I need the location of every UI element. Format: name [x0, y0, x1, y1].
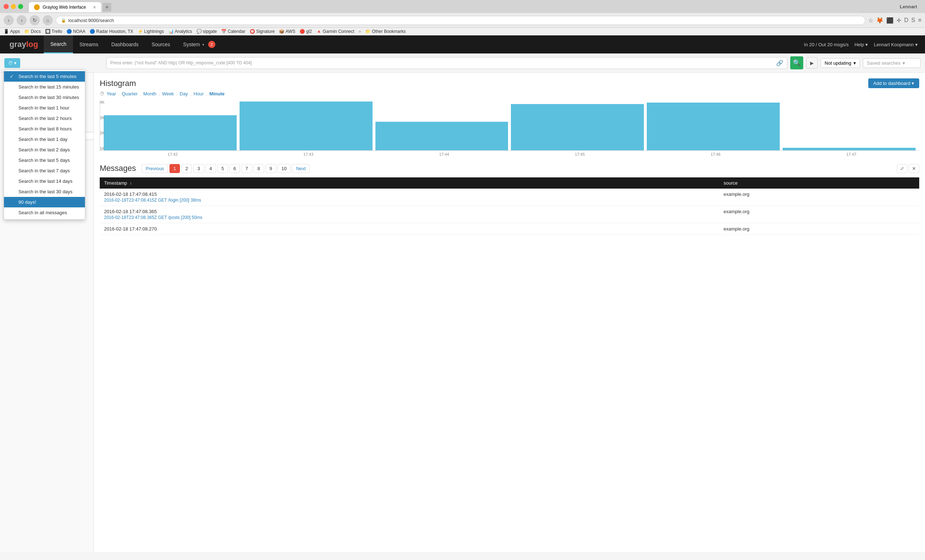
granularity-month[interactable]: Month [143, 91, 157, 96]
timestamp-column-header[interactable]: Timestamp ↕ [100, 178, 719, 188]
main-content: Search Found in 1 ind Add c Save search … [0, 72, 925, 552]
dropdown-item-all[interactable]: Search in all messages [4, 208, 85, 218]
dropdown-item-1hr[interactable]: Search in the last 1 hour [4, 102, 85, 113]
search-toolbar: ⏱ ▾ ✓ Search in the last 5 minutes Searc… [0, 53, 925, 72]
maximize-window-btn[interactable] [18, 4, 23, 9]
user-menu[interactable]: Lennart Koopmann ▾ [874, 42, 918, 47]
active-tab[interactable]: Graylog Web Interface ✕ [29, 2, 101, 12]
menu-icon[interactable]: ≡ [918, 17, 921, 24]
dropdown-item-7day[interactable]: Search in the last 7 days [4, 166, 85, 176]
aws-icon: 📦 [279, 29, 284, 34]
page-btn-9[interactable]: 9 [265, 164, 276, 173]
saved-searches-dropdown[interactable]: Saved searches ▾ [863, 58, 920, 68]
dropdown-item-5min[interactable]: ✓ Search in the last 5 minutes [4, 71, 85, 82]
granularity-year[interactable]: Year [107, 91, 116, 96]
search-query-bar[interactable]: Press enter. ("not found" AND http) OR h… [106, 57, 787, 69]
msg-detail-1[interactable]: 2016-02-18T23:47:08.415Z GET /login [200… [104, 198, 715, 203]
nav-item-search[interactable]: Search [44, 35, 72, 53]
plus-icon[interactable]: ✛ [896, 17, 901, 24]
bookmark-aws[interactable]: 📦 AWS [279, 29, 295, 34]
browser-chrome: Graylog Web Interface ✕ + Lennart ‹ › ↻ … [0, 0, 925, 35]
nav-item-system[interactable]: System ▾ 2 [177, 35, 222, 53]
expand-all-btn[interactable]: ⤢ [897, 164, 907, 173]
bookmark-other[interactable]: 📁 Other Bookmarks [365, 29, 405, 34]
dropdown-item-14day[interactable]: Search in the last 14 days [4, 176, 85, 187]
user-profile-btn[interactable]: Lennart [900, 4, 921, 9]
messages-header: Messages Previous 1 2 3 [100, 164, 919, 173]
dropdown-item-15min[interactable]: Search in the last 15 minutes [4, 82, 85, 92]
msg-timestamp-3: 2016-02-18 17:47:08.270 [104, 226, 715, 232]
search-execute-button[interactable]: 🔍 [790, 56, 803, 69]
granularity-quarter[interactable]: Quarter [122, 91, 138, 96]
time-range-dropdown[interactable]: ✓ Search in the last 5 minutes Search in… [4, 69, 85, 220]
bookmark-garmin[interactable]: 🔺 Garmin Connect [316, 29, 354, 34]
page-btn-4[interactable]: 4 [206, 164, 216, 173]
query-link-icon: 🔗 [776, 60, 783, 66]
dropdown-item-90day[interactable]: 90 days! [4, 197, 85, 208]
page-btn-8[interactable]: 8 [254, 164, 264, 173]
bookmark-lightnings[interactable]: ⚡ Lightnings [138, 29, 164, 34]
page-btn-10[interactable]: 10 [277, 164, 291, 173]
page-btn-7[interactable]: 7 [241, 164, 252, 173]
dropdown-item-2day[interactable]: Search in the last 2 days [4, 145, 85, 155]
tab-bar: Graylog Web Interface ✕ + [26, 1, 897, 12]
dropdown-item-2hr[interactable]: Search in the last 2 hours [4, 113, 85, 123]
home-btn[interactable]: ⌂ [43, 15, 53, 25]
bookmark-calendar[interactable]: 📅 Calendar [221, 29, 246, 34]
bookmark-signature[interactable]: ⭕ Signature [250, 29, 275, 34]
refresh-btn[interactable]: ↻ [30, 15, 40, 25]
messages-title: Messages [100, 164, 136, 173]
saved-searches-caret-icon: ▾ [902, 60, 905, 66]
bookmark-gl2[interactable]: 🔴 gl2 [300, 29, 312, 34]
not-updating-dropdown[interactable]: Not updating ▾ [821, 58, 860, 68]
bookmark-star-icon[interactable]: ☆ [868, 17, 873, 24]
cast-icon[interactable]: ⬛ [886, 17, 893, 24]
page-btn-2[interactable]: 2 [181, 164, 192, 173]
dropdown-item-30min[interactable]: Search in the last 30 minutes [4, 92, 85, 102]
address-bar[interactable]: 🔒 localhost:9000/search [56, 16, 865, 25]
play-button[interactable]: ▶ [806, 57, 818, 69]
dropdown-item-1day[interactable]: Search in the last 1 day [4, 134, 85, 145]
pagination: Previous 1 2 3 4 [142, 164, 310, 173]
prev-page-btn[interactable]: Previous [142, 164, 168, 173]
nav-item-sources[interactable]: Sources [145, 35, 176, 53]
granularity-day[interactable]: Day [179, 91, 188, 96]
page-btn-1[interactable]: 1 [169, 164, 180, 173]
bookmark-noaa[interactable]: 🔵 NOAA [66, 29, 85, 34]
bookmark-apps[interactable]: 📱 Apps [4, 29, 20, 34]
page-btn-6[interactable]: 6 [229, 164, 240, 173]
time-range-button[interactable]: ⏱ ▾ [5, 58, 20, 68]
top-nav: graylog Search Streams Dashboards Source… [0, 35, 925, 53]
bookmark-sipgate[interactable]: 💬 sipgate [197, 29, 217, 34]
bookmark-radar[interactable]: 🔵 Radar Houston, TX [90, 29, 133, 34]
help-menu[interactable]: Help ▾ [854, 42, 868, 47]
page-btn-5[interactable]: 5 [217, 164, 228, 173]
granularity-hour[interactable]: Hour [194, 91, 204, 96]
minimize-window-btn[interactable] [11, 4, 16, 9]
add-to-dashboard-button[interactable]: Add to dashboard ▾ [868, 78, 919, 88]
bookmark-analytics[interactable]: 📊 Analytics [169, 29, 192, 34]
bookmark-trello[interactable]: 🔲 Trello [45, 29, 63, 34]
play-icon: ▶ [810, 60, 814, 66]
browser-toolbar: ‹ › ↻ ⌂ 🔒 localhost:9000/search ☆ 🦊 ⬛ ✛ … [0, 13, 925, 28]
forward-btn[interactable]: › [17, 15, 27, 25]
tab-close-btn[interactable]: ✕ [93, 5, 96, 10]
nav-item-dashboards[interactable]: Dashboards [105, 35, 145, 53]
new-tab-btn[interactable]: + [102, 3, 111, 12]
stylus-icon[interactable]: S [911, 17, 915, 24]
dropdown-item-8hr[interactable]: Search in the last 8 hours [4, 123, 85, 134]
browser-titlebar: Graylog Web Interface ✕ + Lennart [0, 0, 925, 13]
back-btn[interactable]: ‹ [4, 15, 14, 25]
msg-detail-2[interactable]: 2016-02-18T23:47:08.365Z GET /posts [200… [104, 215, 715, 220]
nav-item-streams[interactable]: Streams [73, 35, 105, 53]
page-btn-3[interactable]: 3 [193, 164, 204, 173]
next-page-btn[interactable]: Next [292, 164, 310, 173]
bookmark-docs[interactable]: 📁 Docs [24, 29, 41, 34]
dropdown-item-5day[interactable]: Search in the last 5 days [4, 155, 85, 166]
granularity-minute[interactable]: Minute [209, 91, 225, 96]
granularity-week[interactable]: Week [162, 91, 174, 96]
dropdown-item-30day[interactable]: Search in the last 30 days [4, 187, 85, 197]
histogram-chart-container: 4K 3K 2K 1K 17:42 17: [100, 100, 919, 157]
collapse-all-btn[interactable]: ✕ [909, 164, 919, 173]
close-window-btn[interactable] [4, 4, 9, 9]
